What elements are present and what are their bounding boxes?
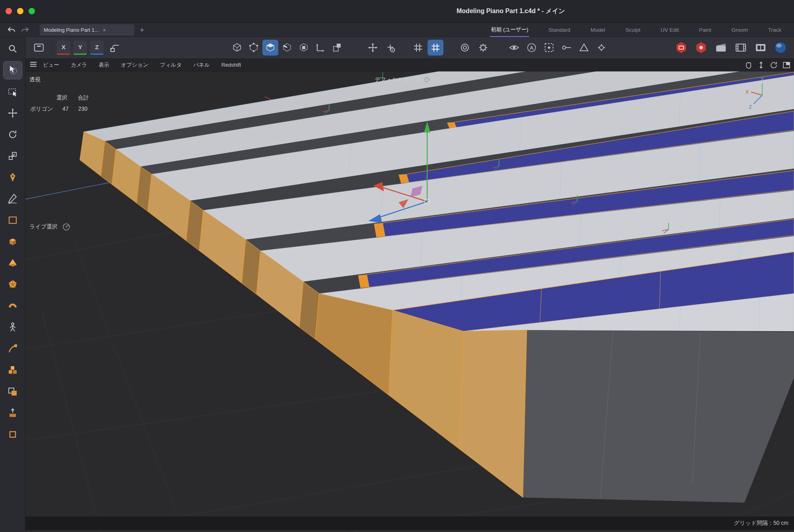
rotate-tool-button[interactable] (4, 126, 22, 143)
layout-uvedit[interactable]: UV Edit (660, 24, 680, 36)
cube-primitive-button[interactable] (4, 233, 22, 250)
redshift-render-button[interactable] (693, 40, 709, 56)
display-settings-button[interactable] (594, 40, 609, 56)
viewport-canvas[interactable] (25, 71, 794, 532)
gizmo-move-button[interactable] (365, 40, 381, 56)
menu-display[interactable]: 表示 (99, 61, 110, 69)
left-tool-sidebar (0, 37, 25, 532)
array-tool-button[interactable] (4, 361, 22, 379)
edge-mode-button[interactable] (279, 40, 295, 56)
polygon-mode-button[interactable] (262, 40, 278, 56)
undo-button[interactable] (6, 25, 17, 35)
minimize-window-button[interactable] (17, 8, 23, 14)
document-tab-close-icon[interactable]: × (103, 27, 106, 33)
spline-rectangle-button[interactable] (4, 211, 22, 229)
axis-lock-y-button[interactable]: Y (73, 40, 87, 55)
layout-track[interactable]: Track (767, 24, 782, 36)
axis-edit-mode-button[interactable] (312, 40, 328, 56)
menu-panel[interactable]: パネル (193, 61, 210, 69)
viewport-menu-button[interactable] (29, 61, 37, 69)
search-commander-button[interactable] (4, 40, 22, 58)
redshift-render-icon (695, 41, 707, 54)
axis-lock-x-button[interactable]: X (57, 40, 70, 55)
content-browser-button[interactable] (31, 40, 47, 56)
workplane-icon (109, 42, 120, 53)
render-settings-button[interactable] (475, 40, 491, 56)
menu-options[interactable]: オプション (121, 61, 148, 69)
uv-poly-mode-button[interactable] (296, 40, 312, 56)
isolate-button[interactable] (541, 40, 557, 56)
model-mode-button[interactable] (229, 40, 245, 56)
visibility-button[interactable] (506, 40, 522, 56)
isoline-icon (561, 42, 572, 53)
redo-icon (21, 26, 29, 33)
toggle-view-icon[interactable] (782, 61, 791, 69)
layout-paint[interactable]: Paint (698, 24, 712, 36)
menu-filter[interactable]: フィルタ (160, 61, 182, 69)
spline-rectangle-icon (8, 215, 18, 225)
render-picture-viewer-button[interactable] (713, 40, 729, 56)
workplane-button[interactable] (107, 40, 123, 56)
add-tab-button[interactable]: + (140, 26, 144, 35)
scale-tool-button[interactable] (4, 147, 22, 165)
axis-lock-z-button[interactable]: Z (90, 40, 104, 55)
live-selection-tool-button[interactable] (4, 61, 22, 79)
grid-icon (413, 42, 423, 53)
platonic-primitive-button[interactable] (4, 276, 22, 293)
magic-bullet-button[interactable] (773, 40, 788, 56)
point-mode-button[interactable] (246, 40, 262, 56)
layout-sculpt[interactable]: Sculpt (624, 24, 641, 36)
platonic-icon (8, 279, 18, 290)
axis-z-label: Z (749, 104, 752, 110)
polygon-mode-icon (265, 42, 276, 53)
close-window-button[interactable] (6, 8, 12, 14)
grid-button[interactable] (410, 40, 426, 56)
hamburger-icon (29, 61, 37, 67)
isoline-button[interactable] (559, 40, 574, 56)
cube-icon (8, 236, 18, 247)
layout-model[interactable]: Model (590, 24, 606, 36)
redshift-ipr-button[interactable] (673, 40, 689, 56)
view-label[interactable]: 透視 (29, 76, 40, 83)
annotation-button[interactable]: A (524, 40, 540, 56)
sweep-tool-button[interactable] (4, 340, 22, 357)
pan-view-icon[interactable] (744, 61, 753, 69)
gizmo-settings-button[interactable] (382, 40, 398, 56)
zoom-view-icon[interactable] (757, 61, 765, 69)
character-tool-button[interactable] (4, 319, 22, 336)
layout-initial[interactable]: 初期 (ユーザー) (490, 23, 529, 37)
zoom-window-button[interactable] (29, 8, 35, 14)
sketch-tool-button[interactable] (4, 190, 22, 207)
polygon-square-button[interactable] (4, 426, 22, 443)
redo-button[interactable] (19, 25, 31, 35)
render-queue-button[interactable] (733, 40, 749, 56)
archive-icon (33, 42, 44, 53)
viewport-3d[interactable]: 透視 デフォルトカメラ 選択 合計 ポリゴン 47 230 ライブ選択 Y X … (25, 71, 794, 532)
menu-redshift[interactable]: Redshift (221, 62, 241, 68)
render-view-button[interactable] (457, 40, 473, 56)
move-tool-button[interactable] (4, 104, 22, 122)
stats-col-selection: 選択 (56, 94, 67, 102)
rotate-view-icon[interactable] (769, 61, 778, 69)
team-render-button[interactable] (753, 40, 769, 56)
viewport-status-bar: グリッド間隔：50 cm (25, 517, 794, 530)
pyramid-primitive-button[interactable] (4, 254, 22, 272)
extrude-tool-button[interactable] (4, 404, 22, 422)
ngon-button[interactable] (576, 40, 592, 56)
layout-groom[interactable]: Groom (730, 24, 748, 36)
document-tab[interactable]: Modeling Piano Part 1... × (40, 24, 134, 36)
boole-tool-button[interactable] (4, 383, 22, 400)
camera-label-group[interactable]: デフォルトカメラ (375, 76, 431, 83)
menu-camera[interactable]: カメラ (71, 61, 87, 69)
rectangle-selection-tool-button[interactable] (4, 83, 22, 100)
snap-button[interactable] (428, 40, 443, 56)
layout-standard[interactable]: Standard (548, 24, 571, 36)
menu-view[interactable]: ビュー (43, 61, 59, 69)
pen-tool-button[interactable] (4, 169, 22, 186)
small-gear-icon (597, 43, 606, 52)
dashed-square-icon (543, 42, 555, 53)
normal-mode-button[interactable] (329, 40, 345, 56)
keyboard-side-face (523, 330, 794, 503)
tube-primitive-button[interactable] (4, 297, 22, 315)
main-toolbar: X Y Z (25, 37, 794, 59)
